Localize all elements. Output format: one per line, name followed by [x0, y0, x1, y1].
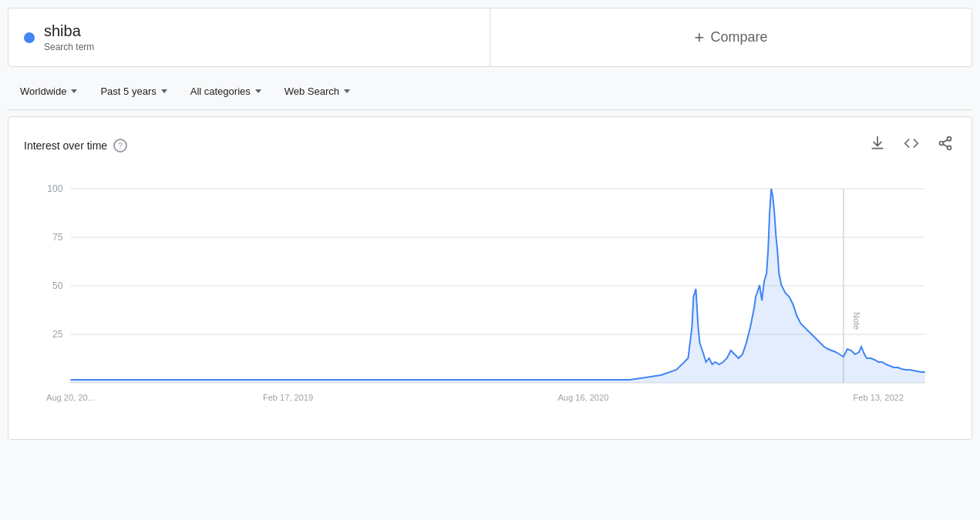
filter-time-label: Past 5 years — [100, 86, 156, 97]
svg-text:50: 50 — [52, 280, 63, 291]
svg-text:Feb 13, 2022: Feb 13, 2022 — [854, 393, 904, 402]
svg-text:25: 25 — [52, 329, 63, 340]
chevron-down-icon — [161, 89, 167, 93]
compare-text: Compare — [710, 29, 767, 45]
filter-time[interactable]: Past 5 years — [91, 81, 176, 102]
compare-label: + Compare — [695, 28, 768, 48]
embed-button[interactable] — [901, 133, 922, 158]
page-wrapper: shiba Search term + Compare Worldwide Pa… — [0, 0, 980, 448]
svg-text:Aug 16, 2020: Aug 16, 2020 — [557, 393, 608, 402]
svg-text:Note: Note — [852, 312, 861, 330]
term-color-dot — [24, 32, 35, 43]
chart-header: Interest over time ? — [24, 133, 956, 158]
filter-search-type[interactable]: Web Search — [275, 81, 359, 102]
svg-text:75: 75 — [52, 232, 63, 243]
filter-search-type-label: Web Search — [285, 86, 339, 97]
svg-line-3 — [943, 144, 948, 146]
filter-category[interactable]: All categories — [181, 81, 271, 102]
svg-text:Feb 17, 2019: Feb 17, 2019 — [263, 393, 313, 402]
search-header: shiba Search term + Compare — [8, 8, 972, 67]
term-info: shiba Search term — [44, 22, 94, 52]
plus-icon: + — [695, 28, 705, 48]
chart-title-area: Interest over time ? — [24, 139, 127, 153]
chart-area: 100 75 50 25 Note Aug 20, 20... Feb 17, — [24, 173, 956, 412]
search-term-box: shiba Search term — [8, 8, 490, 66]
share-button[interactable] — [935, 133, 956, 158]
svg-text:Aug 20, 20...: Aug 20, 20... — [46, 393, 95, 402]
filter-location-label: Worldwide — [20, 86, 66, 97]
chart-actions — [867, 133, 956, 158]
chart-section: Interest over time ? — [8, 116, 972, 440]
help-icon[interactable]: ? — [113, 139, 127, 153]
filter-bar: Worldwide Past 5 years All categories We… — [8, 73, 972, 110]
svg-text:100: 100 — [47, 183, 62, 194]
filter-location[interactable]: Worldwide — [11, 81, 86, 102]
filter-category-label: All categories — [190, 86, 251, 97]
chevron-down-icon — [71, 89, 77, 93]
chart-svg: 100 75 50 25 Note Aug 20, 20... Feb 17, — [24, 173, 956, 412]
svg-line-4 — [943, 139, 948, 142]
download-button[interactable] — [867, 133, 888, 158]
compare-box[interactable]: + Compare — [490, 8, 972, 66]
chevron-down-icon — [255, 89, 261, 93]
term-type: Search term — [44, 42, 94, 52]
chart-title: Interest over time — [24, 139, 107, 152]
chevron-down-icon — [344, 89, 350, 93]
term-name: shiba — [44, 22, 94, 40]
